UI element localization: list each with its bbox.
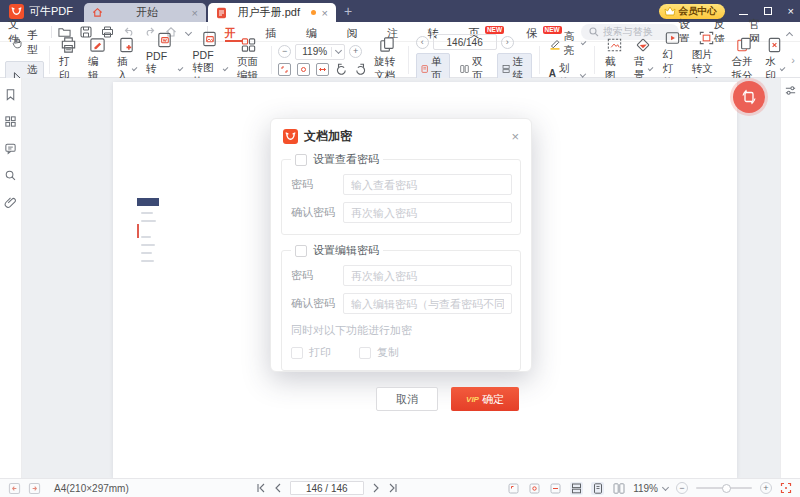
- view-confirm-password-input[interactable]: [343, 202, 512, 223]
- comments-panel-button[interactable]: [4, 142, 17, 155]
- minimize-button[interactable]: [739, 6, 748, 17]
- dialog-footer: 取消 VIP 确定: [271, 379, 531, 411]
- prev-page-mini-button[interactable]: [8, 482, 21, 495]
- zoom-slider-thumb[interactable]: [722, 484, 731, 493]
- zoom-level-box[interactable]: 119%: [295, 44, 345, 60]
- cancel-button[interactable]: 取消: [376, 387, 438, 411]
- maximize-button[interactable]: [764, 6, 772, 17]
- chevron-down-icon: [648, 65, 654, 71]
- background-button[interactable]: 背景: [629, 35, 658, 84]
- highlight-icon: [549, 38, 561, 50]
- tab-close-icon[interactable]: ×: [322, 7, 328, 19]
- statusbar-zoom-out-button[interactable]: −: [676, 482, 688, 494]
- next-page-button[interactable]: ›: [501, 36, 514, 49]
- statusbar-page-input[interactable]: [290, 481, 364, 495]
- menu-item-read[interactable]: 阅读: [347, 22, 366, 42]
- first-page-button[interactable]: [256, 483, 266, 493]
- chevron-down-icon: [581, 40, 587, 46]
- toolbar: 手型 选择 打印 编辑 插入 PDF转Word PDF转图片 页面编辑 − 11…: [0, 42, 800, 78]
- fit-actual-button[interactable]: [297, 63, 310, 76]
- menu-item-edit[interactable]: 编辑: [306, 22, 325, 42]
- rotate-left-button[interactable]: [335, 63, 348, 76]
- last-page-button[interactable]: [388, 483, 398, 493]
- zoom-slider[interactable]: [696, 487, 752, 489]
- tab-home[interactable]: 开始 ×: [84, 3, 206, 22]
- fullscreen-button[interactable]: [780, 482, 792, 494]
- fit-page-statusbar-button[interactable]: [507, 482, 520, 495]
- edit-confirm-password-input[interactable]: [343, 293, 512, 314]
- new-badge: NEW: [485, 26, 504, 34]
- double-view-statusbar-button[interactable]: [612, 482, 625, 495]
- dialog-title: 文档加密: [304, 128, 352, 145]
- edit-button[interactable]: 编辑: [83, 35, 112, 84]
- continuous-view-statusbar-button[interactable]: [570, 482, 583, 495]
- statusbar-zoom-in-button[interactable]: +: [760, 482, 772, 494]
- fit-actual-statusbar-button[interactable]: [528, 482, 541, 495]
- prev-page-button[interactable]: [274, 483, 282, 493]
- attachments-panel-button[interactable]: [4, 196, 17, 209]
- new-tab-button[interactable]: +: [344, 3, 352, 19]
- statusbar-zoom-dropdown[interactable]: 119%: [633, 483, 668, 494]
- view-password-checkbox[interactable]: [295, 154, 307, 166]
- statusbar: A4(210×297mm) 119% − +: [0, 478, 800, 497]
- page-content-fragment: [137, 198, 159, 294]
- prev-page-button[interactable]: ‹: [416, 36, 429, 49]
- view-password-input[interactable]: [343, 174, 512, 195]
- search-panel-button[interactable]: [4, 169, 17, 182]
- bookmarks-panel-button[interactable]: [4, 88, 17, 101]
- chevron-down-icon: [662, 483, 669, 490]
- tab-label: 开始: [109, 5, 186, 20]
- rotate-doc-button[interactable]: 旋转文档: [369, 35, 403, 84]
- thumbnails-panel-button[interactable]: [4, 115, 17, 128]
- home-icon: [92, 7, 103, 18]
- fit-width-statusbar-button[interactable]: [549, 482, 562, 495]
- next-page-mini-button[interactable]: [28, 482, 41, 495]
- confirm-button-label: 确定: [482, 392, 504, 407]
- toolbar-overflow-button[interactable]: ›: [791, 54, 795, 66]
- password-label: 密码: [291, 268, 343, 283]
- view-password-section: 设置查看密码 密码 确认密码: [281, 152, 521, 235]
- close-button[interactable]: ×: [788, 6, 794, 17]
- print-button[interactable]: 打印: [54, 35, 83, 84]
- hand-icon: [11, 37, 23, 49]
- chevron-down-icon: [335, 47, 342, 54]
- merge-split-button[interactable]: 合并拆分: [727, 35, 761, 84]
- tab-document[interactable]: 用户手册.pdf ×: [208, 3, 336, 22]
- menu-item-insert[interactable]: 插入: [265, 22, 284, 42]
- hand-tool-button[interactable]: 手型: [5, 27, 44, 59]
- vip-badge: VIP: [466, 395, 479, 404]
- password-label: 密码: [291, 177, 343, 192]
- highlight-button[interactable]: 高亮: [545, 29, 590, 59]
- copy-checkbox[interactable]: [359, 347, 371, 359]
- screenshot-button[interactable]: 截图: [600, 35, 629, 84]
- watermark-button[interactable]: 水印: [760, 35, 789, 84]
- edit-password-input[interactable]: [343, 265, 512, 286]
- fit-width-button[interactable]: [316, 63, 329, 76]
- rotate-right-button[interactable]: [354, 63, 367, 76]
- screenshot-icon: [605, 36, 624, 54]
- quick-convert-float-button[interactable]: [733, 81, 765, 113]
- page-size-label: A4(210×297mm): [54, 483, 129, 494]
- print-checkbox[interactable]: [291, 347, 303, 359]
- insert-button[interactable]: 插入: [112, 35, 141, 84]
- page-indicator-box[interactable]: 146/146: [433, 34, 497, 50]
- zoom-out-button[interactable]: −: [278, 45, 291, 58]
- zoom-in-button[interactable]: +: [349, 45, 362, 58]
- tab-label: 用户手册.pdf: [233, 5, 305, 20]
- next-page-button[interactable]: [372, 483, 380, 493]
- edit-password-checkbox[interactable]: [295, 245, 307, 257]
- confirm-password-label: 确认密码: [291, 296, 343, 311]
- dialog-close-button[interactable]: ×: [511, 129, 519, 144]
- fit-page-button[interactable]: [278, 63, 291, 76]
- chevron-down-icon: [131, 65, 137, 71]
- edit-icon: [88, 36, 107, 54]
- confirm-button[interactable]: VIP 确定: [451, 387, 519, 411]
- watermark-icon: [765, 36, 784, 54]
- page-edit-button[interactable]: 页面编辑: [232, 35, 266, 84]
- page-edit-icon: [239, 36, 258, 54]
- display-settings-button[interactable]: [784, 84, 797, 478]
- app-name: 可牛PDF: [29, 4, 73, 19]
- single-view-statusbar-button[interactable]: [591, 482, 604, 495]
- divider: [51, 26, 52, 38]
- tab-close-icon[interactable]: ×: [192, 7, 198, 19]
